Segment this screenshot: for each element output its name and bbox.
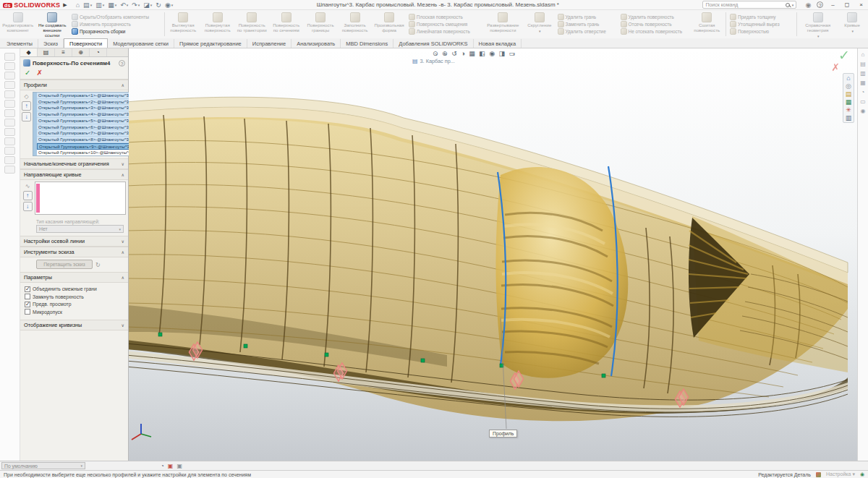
boundary-surface-button[interactable]: Поверхность границы xyxy=(304,11,336,38)
replace-face-button[interactable]: Заменить грань xyxy=(558,21,616,27)
edit-component-button[interactable]: Редактировать компонент xyxy=(1,11,34,38)
assembly-transparency-button[interactable]: Прозрачность сборки xyxy=(72,28,161,35)
tool-icon[interactable] xyxy=(4,90,15,98)
delete-surface-button[interactable]: Удалить поверхность xyxy=(621,14,688,20)
filled-surface-button[interactable]: Заполнить поверхность xyxy=(339,11,371,38)
task-pane-icon-design-library[interactable]: ▤ xyxy=(860,61,866,67)
guide-curves-list[interactable] xyxy=(35,182,126,215)
headsup-icon-zoom-area[interactable]: ⊕▾ xyxy=(442,50,447,57)
centerline-section-header[interactable]: Настройки осевой линии∨ xyxy=(20,236,128,247)
ribbon-tab[interactable]: MBD Dimensions xyxy=(341,39,393,48)
user-login-icon[interactable]: ◉ xyxy=(805,1,811,9)
tool-icon[interactable] xyxy=(4,53,15,61)
restore-button[interactable]: ◻ xyxy=(843,1,852,8)
profile-list-item[interactable]: Открытый Группировать<7>-@Шпангоуты^3. К xyxy=(37,130,135,137)
extruded-surface-button[interactable]: Вытянутая поверхность xyxy=(167,11,200,38)
profile-list-item[interactable]: Открытый Группировать<3>-@Шпангоуты^3. К xyxy=(37,105,135,111)
ribbon-tab[interactable]: Исправление xyxy=(247,39,292,48)
customize-menu[interactable]: Настройка ▾ xyxy=(826,471,855,477)
globe-icon[interactable]: ◉ xyxy=(860,471,864,477)
offset-surface-button[interactable]: Поверхность смещения xyxy=(409,21,480,27)
view-tool-icon-appearances[interactable]: ✳ xyxy=(846,106,851,114)
display-state-icon-display-states[interactable]: ▣ xyxy=(168,463,174,469)
confirm-ok-icon[interactable]: ✓ xyxy=(815,50,850,61)
headsup-icon-view-orientation[interactable]: ▦▾ xyxy=(469,50,475,57)
search-icon[interactable] xyxy=(786,3,790,7)
minimize-button[interactable]: – xyxy=(829,1,836,8)
knit-surface-button[interactable]: Сшитая поверхность xyxy=(691,11,723,38)
thickened-cut-button[interactable]: Утолщенный вырез xyxy=(730,21,793,27)
display-state-icon-display-states-off[interactable]: ▣ xyxy=(176,463,182,469)
tool-icon[interactable] xyxy=(4,128,15,136)
profile-list-item[interactable]: Открытый Группировать<4>-@Шпангоуты^3. К xyxy=(37,111,135,118)
profile-list-item[interactable]: Открытый Группировать<2>-@Шпангоуты^3. К xyxy=(37,99,135,106)
headsup-icon-zoom-fit[interactable]: ⊙▾ xyxy=(433,50,438,57)
parameter-checkbox[interactable]: Замкнуть поверхность xyxy=(25,294,125,299)
task-pane-icon-file-explorer[interactable]: ▥ xyxy=(860,70,866,77)
change-transparency-button[interactable]: Изменить прозрачность xyxy=(72,21,161,27)
profiles-section-header[interactable]: Профили∧ xyxy=(20,80,128,90)
hide-show-components-button[interactable]: Скрыть/Отобразить компоненты xyxy=(72,14,161,20)
tool-icon[interactable] xyxy=(4,119,15,127)
sketch-tools-section-header[interactable]: Инструменты эскиза∧ xyxy=(20,247,128,257)
headsup-icon-previous-view[interactable]: ↺▾ xyxy=(451,50,456,57)
manager-tab[interactable]: ⊕ xyxy=(72,48,90,56)
ribbon-tab[interactable]: Моделирование сетки xyxy=(108,39,174,48)
ribbon-tab[interactable]: Прямое редактирование xyxy=(174,39,247,48)
view-tool-icon-open-folder[interactable]: ▤ xyxy=(846,90,852,98)
guide-up-button[interactable]: ↑ xyxy=(23,191,33,200)
ribbon-tab[interactable]: Новая вкладка xyxy=(474,39,522,48)
flatten-surface-button[interactable]: Развертывание поверхности xyxy=(483,11,523,38)
headsup-icon-view-settings[interactable]: ▭▾ xyxy=(509,50,515,57)
thicken-button[interactable]: Придать толщину xyxy=(730,14,793,20)
parameter-checkbox[interactable]: Предв. просмотр xyxy=(25,302,125,307)
qat-icon-options[interactable]: ◉▾ xyxy=(165,1,173,9)
close-button[interactable]: × xyxy=(857,1,865,8)
view-tool-icon-view-palette[interactable]: ▦ xyxy=(846,98,852,106)
headsup-icon-display-style[interactable]: ◧▾ xyxy=(479,50,485,57)
profile-list-item[interactable]: Открытый Группировать<9>-@Шпангоуты^3. К xyxy=(37,143,135,150)
cut-with-surface-button[interactable]: Поверхностью xyxy=(730,28,793,35)
guide-curves-section-header[interactable]: Направляющие кривые∧ xyxy=(20,169,128,180)
parameter-checkbox[interactable]: Микродопуск xyxy=(25,309,125,315)
ribbon-tab[interactable]: Элементы xyxy=(1,39,38,48)
view-tool-icon-scene-home[interactable]: ⌂ xyxy=(846,74,850,82)
tool-icon[interactable] xyxy=(4,156,15,164)
headsup-icon-edit-appearance[interactable]: ◨▾ xyxy=(499,50,505,57)
profile-list-item[interactable]: Открытый Группировать<5>-@Шпангоуты^3. К xyxy=(37,118,135,124)
tool-icon[interactable] xyxy=(4,72,15,80)
pm-ok-button[interactable]: ✓ xyxy=(25,69,30,77)
qat-icon-select[interactable]: ◪▾ xyxy=(143,1,152,9)
manager-tab[interactable]: ▤ xyxy=(38,48,55,56)
ruled-surface-button[interactable]: Линейчатая поверхность xyxy=(409,28,480,35)
guide-down-button[interactable]: ↓ xyxy=(23,202,33,211)
ribbon-tab[interactable]: Эскиз xyxy=(38,39,64,48)
qat-icon-redo[interactable]: ↷▾ xyxy=(132,1,140,9)
guide-tangency-dropdown[interactable]: Нет▾ xyxy=(36,225,124,233)
tool-icon[interactable] xyxy=(4,100,15,108)
task-pane-icon-forum[interactable]: ◉ xyxy=(861,108,866,114)
configuration-dropdown[interactable]: По умолчанию▾ xyxy=(1,462,85,469)
fillet-button[interactable]: Скругление▾ xyxy=(524,11,555,38)
manager-tab[interactable]: ≡ xyxy=(55,48,72,56)
qat-icon-rebuild[interactable]: ↻▾ xyxy=(156,1,161,9)
freeform-button[interactable]: Произвольная форма xyxy=(373,11,405,38)
tool-icon[interactable] xyxy=(4,137,15,145)
curves-button[interactable]: Кривые▾ xyxy=(838,11,867,38)
task-pane-icon-appearances[interactable]: ◔ xyxy=(861,89,865,95)
delete-hole-button[interactable]: Удалить отверстие xyxy=(558,28,616,35)
pm-help-icon[interactable]: ? xyxy=(119,60,125,67)
help-icon[interactable]: ? xyxy=(817,1,823,8)
tool-icon[interactable] xyxy=(4,81,15,89)
task-pane-icon-resources[interactable]: ⌂ xyxy=(861,51,865,58)
menu-expand-arrow[interactable]: ▶ xyxy=(63,2,67,8)
confirm-cancel-icon[interactable]: ✗ xyxy=(815,61,840,73)
profile-list-item[interactable]: Открытый Группировать<6>-@Шпангоуты^3. К xyxy=(37,124,135,131)
ribbon-tab[interactable]: Поверхности xyxy=(64,38,108,48)
ribbon-tab[interactable]: Добавления SOLIDWORKS xyxy=(393,39,473,48)
move-down-button[interactable]: ↓ xyxy=(22,112,31,121)
command-search[interactable]: Поиск команд ▾ xyxy=(702,1,796,9)
parameters-section-header[interactable]: Параметры∧ xyxy=(20,272,128,283)
boat-hull-model[interactable] xyxy=(129,48,857,461)
profile-list-item[interactable]: Открытый Группировать<1>-@Шпангоуты^3. К xyxy=(37,93,135,99)
